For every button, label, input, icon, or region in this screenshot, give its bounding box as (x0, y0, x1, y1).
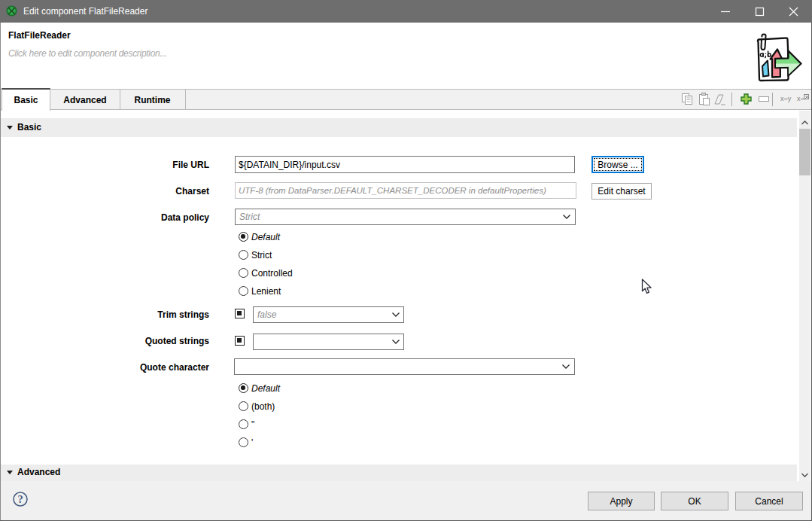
svg-text:x=: x= (797, 95, 804, 102)
svg-text:x=y: x=y (780, 95, 792, 102)
svg-text:?: ? (17, 493, 23, 505)
